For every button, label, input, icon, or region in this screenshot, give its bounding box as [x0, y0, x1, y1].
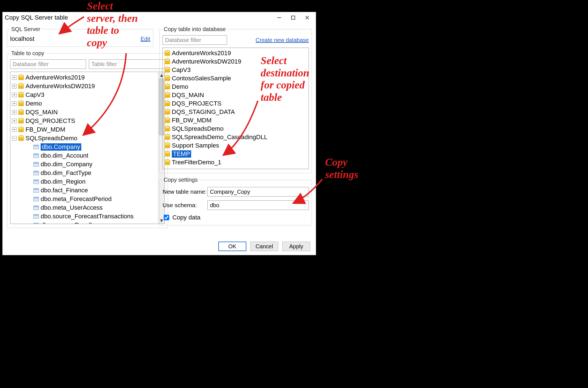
destination-db-item[interactable]: Demo — [163, 83, 308, 91]
destination-db-item[interactable]: TreeFilterDemo_1 — [163, 158, 308, 167]
source-table-node[interactable]: dbo.Company — [11, 142, 158, 151]
source-db-node[interactable]: +Demo — [11, 99, 158, 108]
database-icon — [165, 109, 170, 115]
ok-button[interactable]: OK — [218, 242, 246, 251]
source-table-filter-input[interactable] — [89, 59, 165, 69]
source-table-node[interactable]: dbo.dim_FactType — [11, 169, 158, 177]
database-icon — [165, 50, 170, 56]
source-db-node[interactable]: +FB_DW_MDM — [11, 125, 158, 134]
destination-db-label: CapV3 — [172, 66, 191, 74]
destination-db-label: Support Samples — [172, 142, 219, 149]
table-icon — [33, 144, 39, 150]
source-table-node[interactable]: dbo.meta_UserAccess — [11, 203, 158, 212]
source-table-node[interactable]: dbo.dim_Company — [11, 160, 158, 169]
source-table-node[interactable]: dbo.dim_Account — [11, 151, 158, 160]
destination-db-item[interactable]: Support Samples — [163, 141, 308, 150]
server-value: localhost — [10, 35, 138, 43]
database-icon — [165, 159, 170, 165]
source-db-node[interactable]: −SQLSpreadsDemo — [11, 134, 158, 142]
database-icon — [165, 84, 170, 90]
database-icon — [165, 100, 170, 107]
source-table-node[interactable]: dbo.dim_Region — [11, 177, 158, 186]
database-icon — [165, 117, 170, 123]
tree-node-label: dbo.fact_Finance — [41, 187, 88, 194]
source-table-node[interactable]: dbo.meta_ForecastPeriod — [11, 195, 158, 203]
expand-icon[interactable]: + — [12, 110, 17, 114]
source-db-node[interactable]: +DQS_MAIN — [11, 108, 158, 116]
tree-node-label: AdventureWorksDW2019 — [26, 83, 95, 90]
destination-db-item[interactable]: FB_DW_MDM — [163, 116, 308, 125]
destination-db-item[interactable]: DQS_STAGING_DATA — [163, 108, 308, 116]
apply-button[interactable]: Apply — [282, 242, 310, 251]
source-table-node[interactable]: dbo.source_ForecastTransactions — [11, 212, 158, 221]
source-db-node[interactable]: +CapV3 — [11, 90, 158, 99]
destination-group: Copy table into database Create new data… — [159, 26, 312, 173]
tree-node-label: FB_DW_MDM — [26, 126, 65, 133]
destination-db-item[interactable]: AdventureWorks2019 — [163, 49, 308, 57]
minimize-button[interactable] — [273, 13, 286, 22]
database-icon — [18, 83, 24, 89]
destination-db-label: TreeFilterDemo_1 — [172, 159, 221, 166]
tree-node-label: dbo.meta_ForecastPeriod — [41, 195, 112, 203]
use-schema-input[interactable] — [207, 200, 309, 210]
destination-db-label: SQLSpreadsDemo — [172, 125, 224, 132]
expand-icon[interactable]: + — [12, 93, 17, 97]
table-to-copy-group: Table to copy +AdventureWorks2019+Advent… — [7, 50, 168, 228]
database-icon — [18, 135, 24, 141]
copy-settings-legend: Copy settings — [163, 177, 199, 183]
collapse-icon[interactable]: − — [12, 136, 17, 141]
source-db-node[interactable]: +AdventureWorks2019 — [11, 73, 158, 82]
use-schema-label: Use schema: — [163, 202, 207, 209]
source-db-node[interactable]: +AdventureWorksDW2019 — [11, 82, 158, 90]
database-icon — [18, 118, 24, 124]
close-button[interactable] — [301, 13, 314, 22]
window-title: Copy SQL Server table — [5, 14, 272, 21]
database-icon — [165, 142, 170, 149]
expand-icon[interactable]: + — [12, 119, 17, 123]
copy-data-label[interactable]: Copy data — [172, 214, 200, 221]
destination-list[interactable]: AdventureWorks2019AdventureWorksDW2019Ca… — [163, 48, 309, 169]
table-icon — [33, 205, 39, 211]
expand-icon[interactable]: + — [12, 75, 17, 80]
maximize-button[interactable] — [287, 13, 300, 22]
copy-data-checkbox[interactable] — [164, 215, 169, 220]
destination-db-item[interactable]: DQS_MAIN — [163, 91, 308, 99]
source-tree[interactable]: +AdventureWorks2019+AdventureWorksDW2019… — [10, 72, 165, 224]
tree-node-label: dbo.dim_Company — [41, 161, 92, 168]
sql-server-group: SQL Server localhost Edit — [7, 26, 153, 47]
create-database-link[interactable]: Create new database — [256, 37, 309, 43]
destination-db-item[interactable]: CapV3 — [163, 66, 308, 74]
expand-icon[interactable]: + — [12, 84, 17, 88]
tree-node-label: SQLSpreadsDemo — [26, 135, 77, 142]
destination-db-item[interactable]: ContosoSalesSample — [163, 74, 308, 83]
dialog-buttons: OK Cancel Apply — [218, 242, 310, 251]
dest-db-filter-input[interactable] — [163, 35, 227, 45]
destination-db-label: DQS_STAGING_DATA — [172, 108, 235, 116]
tree-node-label: CapV3 — [26, 91, 44, 99]
destination-db-item[interactable]: SQLSpreadsDemo — [163, 125, 308, 133]
destination-db-label: AdventureWorksDW2019 — [172, 58, 241, 65]
source-table-node[interactable]: dbo.source_Reseller — [11, 221, 158, 224]
destination-db-item[interactable]: DQS_PROJECTS — [163, 99, 308, 108]
destination-db-label: DQS_MAIN — [172, 92, 204, 99]
table-icon — [33, 213, 39, 219]
destination-db-item[interactable]: AdventureWorksDW2019 — [163, 57, 308, 66]
database-icon — [165, 67, 170, 73]
tree-node-label: dbo.dim_FactType — [41, 169, 91, 177]
edit-server-link[interactable]: Edit — [141, 36, 150, 42]
cancel-button[interactable]: Cancel — [250, 242, 278, 251]
destination-db-item[interactable]: SQLSpreadsDemo_CascadingDLL — [163, 133, 308, 141]
database-icon — [18, 74, 24, 81]
tree-node-label: DQS_MAIN — [26, 109, 58, 116]
destination-db-label: SQLSpreadsDemo_CascadingDLL — [172, 134, 267, 141]
database-icon — [18, 109, 24, 115]
source-db-node[interactable]: +DQS_PROJECTS — [11, 116, 158, 125]
source-table-node[interactable]: dbo.fact_Finance — [11, 186, 158, 195]
expand-icon[interactable]: + — [12, 101, 17, 106]
source-db-filter-input[interactable] — [10, 59, 86, 69]
table-icon — [33, 153, 39, 159]
new-table-name-input[interactable] — [207, 187, 309, 197]
expand-icon[interactable]: + — [12, 127, 17, 132]
tree-node-label: dbo.dim_Region — [41, 178, 85, 185]
destination-db-item[interactable]: TEMP — [163, 150, 308, 158]
